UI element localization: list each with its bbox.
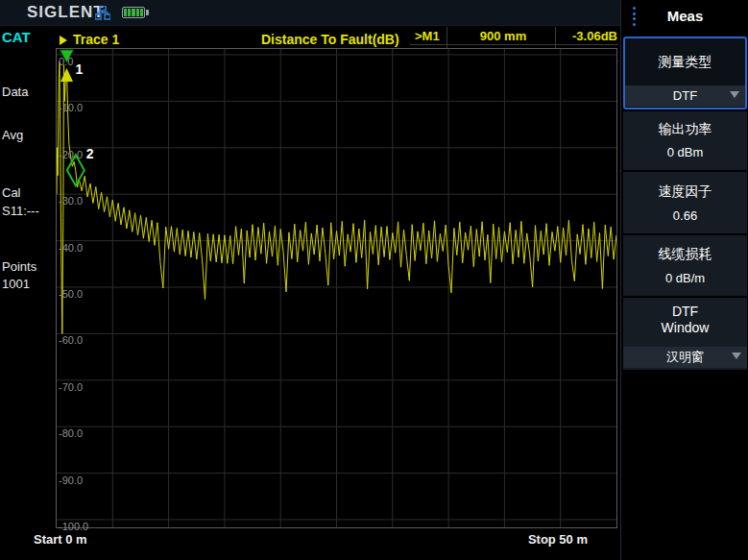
chevron-down-icon xyxy=(732,353,741,359)
y-axis-tick-label: -30.0 xyxy=(59,196,83,207)
top-status-bar: SIGLENT xyxy=(0,0,620,26)
softkey-meas-type[interactable]: 测量类型 DTF xyxy=(623,37,747,110)
softkey-value-dtf[interactable]: DTF xyxy=(625,85,745,107)
points-value: 1001 xyxy=(2,277,30,291)
trace-name[interactable]: Trace 1 xyxy=(73,32,119,47)
x-axis-stop-label: Stop 50 m xyxy=(509,532,588,547)
softkey-output-power[interactable]: 输出功率 0 dBm xyxy=(623,111,747,170)
marker1-distance: 900 mm xyxy=(451,28,555,44)
marker1-name: >M1 xyxy=(415,28,453,44)
softkey-label: 测量类型 xyxy=(625,54,745,70)
battery-icon xyxy=(122,7,145,18)
y-axis-tick-label: -60.0 xyxy=(59,335,83,346)
y-axis-tick-label: -20.0 xyxy=(59,150,83,160)
y-axis-tick-label: -10.0 xyxy=(59,103,83,113)
marker1-value: -3.06dB xyxy=(557,28,617,44)
trace-active-icon xyxy=(60,36,67,45)
y-axis-tick-label: -40.0 xyxy=(59,243,83,254)
y-axis-tick-label: 0.0 xyxy=(59,57,73,67)
dtf-trace-plot: 12 0.0-10.0-20.0-30.0-40.0-50.0-60.0-70.… xyxy=(56,48,617,528)
points-label: Points xyxy=(2,259,36,274)
softkey-velocity-factor[interactable]: 速度因子 0.66 xyxy=(623,172,747,233)
plot-title: Distance To Fault(dB) xyxy=(261,32,399,47)
y-axis-tick-label: -50.0 xyxy=(59,289,83,300)
softkey-value-window[interactable]: 汉明窗 xyxy=(623,347,747,368)
y-axis-tick-label: -80.0 xyxy=(59,428,83,439)
softkey-menu: Meas 测量类型 DTF 输出功率 0 dBm 速度因子 0.66 线缆损耗 … xyxy=(620,0,748,560)
softkey-label: DTF Window xyxy=(623,304,747,336)
y-axis-tick-label: -100.0 xyxy=(59,522,88,532)
softkey-dtf-window[interactable]: DTF Window 汉明窗 xyxy=(623,298,747,370)
softkey-value: 0 dB/m xyxy=(623,271,747,285)
menu-header[interactable]: Meas xyxy=(621,0,748,33)
avg-label: Avg xyxy=(2,128,23,142)
s11-status: S11:--- xyxy=(2,204,39,218)
mode-label-cat: CAT xyxy=(2,29,31,45)
softkey-label: 输出功率 xyxy=(623,121,747,137)
svg-text:2: 2 xyxy=(86,146,94,161)
softkey-label: 线缆损耗 xyxy=(623,246,747,262)
cal-label: Cal xyxy=(2,185,21,200)
y-axis-tick-label: -70.0 xyxy=(59,382,83,393)
x-axis-start-label: Start 0 m xyxy=(34,532,87,547)
lan-network-icon xyxy=(95,6,110,20)
brand-logo: SIGLENT xyxy=(27,3,105,22)
data-label: Data xyxy=(2,85,28,99)
softkey-label: 速度因子 xyxy=(623,183,747,200)
softkey-cable-loss[interactable]: 线缆损耗 0 dB/m xyxy=(623,235,747,296)
battery-nub xyxy=(146,10,149,15)
softkey-value: 0 dBm xyxy=(623,145,747,159)
menu-title: Meas xyxy=(621,8,748,24)
trace-canvas: 12 xyxy=(57,49,616,527)
chevron-down-icon xyxy=(730,91,739,98)
svg-text:1: 1 xyxy=(75,61,83,77)
y-axis-tick-label: -90.0 xyxy=(59,475,83,486)
softkey-value: 0.66 xyxy=(623,208,747,223)
